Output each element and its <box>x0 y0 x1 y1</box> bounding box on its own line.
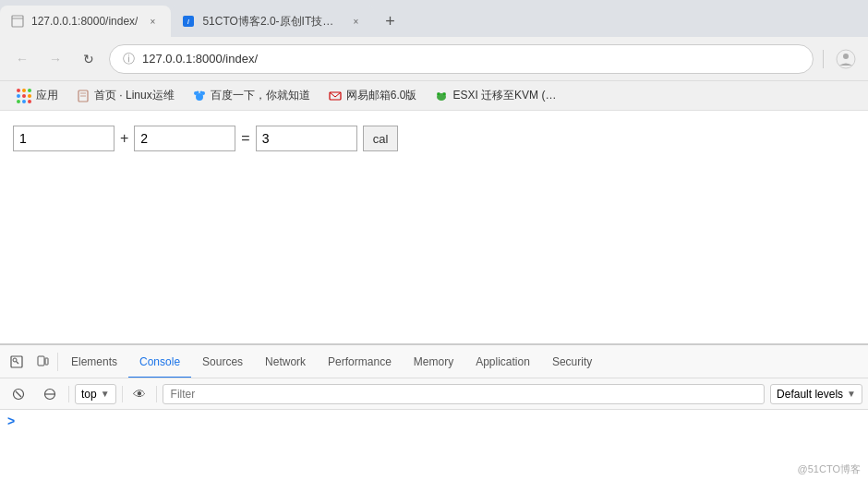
watermark: @51CTO博客 <box>798 462 861 476</box>
bookmarks-bar: 应用 首页 · Linux运维 百度一下，你就知道 网易邮箱6.0版 ESXI … <box>0 81 868 111</box>
url-bar[interactable]: ⓘ 127.0.0.1:8000/index/ <box>109 44 814 74</box>
svg-point-19 <box>443 93 445 95</box>
calc-result[interactable] <box>256 126 357 151</box>
context-value: top <box>81 388 97 401</box>
calc-input-a[interactable] <box>13 126 115 151</box>
prompt-arrow-icon: > <box>7 414 15 428</box>
bookmark-apps[interactable]: 应用 <box>9 85 66 106</box>
devtools-tab-sep-1 <box>57 353 58 371</box>
bookmark-163[interactable]: 网易邮箱6.0版 <box>321 85 425 106</box>
svg-line-26 <box>16 391 21 397</box>
context-arrow-icon: ▼ <box>101 389 110 399</box>
devtools-inspect-icon[interactable] <box>4 349 30 375</box>
tab-favicon-51cto: / <box>182 15 195 28</box>
devtools-tab-console[interactable]: Console <box>128 345 191 378</box>
browser-window: 127.0.0.1:8000/index/ × / 51CTO博客2.0-原创I… <box>0 0 868 480</box>
toolbar-sep-2 <box>122 386 123 402</box>
svg-rect-0 <box>12 16 23 27</box>
devtools-tab-network[interactable]: Network <box>254 345 317 378</box>
svg-point-5 <box>843 54 849 59</box>
book-icon <box>77 90 90 102</box>
frog-icon <box>435 90 448 102</box>
devtools-device-icon[interactable] <box>30 349 55 375</box>
devtools-tab-memory[interactable]: Memory <box>403 345 464 378</box>
bookmark-esxi-label: ESXI 迁移至KVM (… <box>452 88 556 103</box>
new-tab-button[interactable]: + <box>374 6 405 37</box>
devtools-tab-sources[interactable]: Sources <box>191 345 254 378</box>
bookmark-linux-label: 首页 · Linux运维 <box>94 88 175 103</box>
toolbar-sep-3 <box>156 386 157 402</box>
info-icon: ⓘ <box>123 51 135 67</box>
svg-text:/: / <box>187 18 189 25</box>
bookmark-baidu-label: 百度一下，你就知道 <box>211 88 310 103</box>
svg-point-13 <box>199 90 202 93</box>
svg-rect-24 <box>45 358 48 365</box>
devtools-clear-icon[interactable] <box>6 381 31 407</box>
separator <box>823 50 824 68</box>
devtools-tab-security[interactable]: Security <box>541 345 603 378</box>
context-select[interactable]: top ▼ <box>75 384 116 404</box>
page-content: + = cal <box>0 111 868 343</box>
tab-51cto-close[interactable]: × <box>348 14 363 29</box>
mail-icon <box>329 90 342 102</box>
svg-line-22 <box>16 361 18 364</box>
devtools: Elements Console Sources Network Perform… <box>0 343 868 480</box>
bookmark-esxi[interactable]: ESXI 迁移至KVM (… <box>428 85 563 106</box>
calc-input-b[interactable] <box>134 126 235 151</box>
svg-point-21 <box>13 358 17 362</box>
eye-icon[interactable]: 👁 <box>128 383 151 405</box>
profile-icon[interactable] <box>833 46 859 72</box>
devtools-tab-performance[interactable]: Performance <box>317 345 403 378</box>
paw-icon <box>193 90 206 102</box>
levels-select[interactable]: Default levels ▼ <box>770 384 862 404</box>
devtools-console: > <box>0 410 868 480</box>
calc-eq: = <box>241 130 249 147</box>
calc-op: + <box>120 130 128 147</box>
tab-favicon-local <box>11 15 24 28</box>
refresh-button[interactable]: ↻ <box>76 46 102 72</box>
svg-point-12 <box>196 90 199 93</box>
devtools-toolbar: top ▼ 👁 Default levels ▼ <box>0 378 868 410</box>
tab-51cto-title: 51CTO博客2.0-原创IT技术文章... <box>202 14 341 30</box>
calc-row: + = cal <box>13 126 855 151</box>
devtools-tab-bar: Elements Console Sources Network Perform… <box>0 345 868 378</box>
filter-input[interactable] <box>163 384 765 404</box>
calc-button[interactable]: cal <box>363 126 399 151</box>
bookmark-apps-label: 应用 <box>36 88 58 103</box>
devtools-tab-elements[interactable]: Elements <box>60 345 128 378</box>
address-bar: ← → ↻ ⓘ 127.0.0.1:8000/index/ <box>0 37 868 81</box>
page-inner: + = cal <box>0 111 868 343</box>
svg-point-18 <box>438 93 440 95</box>
levels-value: Default levels <box>777 388 843 401</box>
levels-arrow-icon: ▼ <box>847 389 856 399</box>
console-prompt-line: > <box>7 414 861 428</box>
bookmark-163-label: 网易邮箱6.0版 <box>346 88 417 103</box>
tab-local[interactable]: 127.0.0.1:8000/index/ × <box>0 6 171 37</box>
devtools-tab-application[interactable]: Application <box>464 345 541 378</box>
devtools-block-icon[interactable] <box>37 381 63 407</box>
tab-bar: 127.0.0.1:8000/index/ × / 51CTO博客2.0-原创I… <box>0 0 868 37</box>
tab-local-close[interactable]: × <box>145 14 160 29</box>
apps-grid-icon <box>17 89 31 103</box>
url-text: 127.0.0.1:8000/index/ <box>142 52 800 66</box>
toolbar-sep <box>68 386 69 402</box>
forward-button[interactable]: → <box>42 46 68 72</box>
bookmark-baidu[interactable]: 百度一下，你就知道 <box>186 85 318 106</box>
tab-51cto[interactable]: / 51CTO博客2.0-原创IT技术文章... × <box>171 6 374 37</box>
svg-rect-23 <box>38 356 44 366</box>
tab-local-title: 127.0.0.1:8000/index/ <box>31 15 138 28</box>
bookmark-linux[interactable]: 首页 · Linux运维 <box>69 85 182 106</box>
back-button[interactable]: ← <box>9 46 35 72</box>
